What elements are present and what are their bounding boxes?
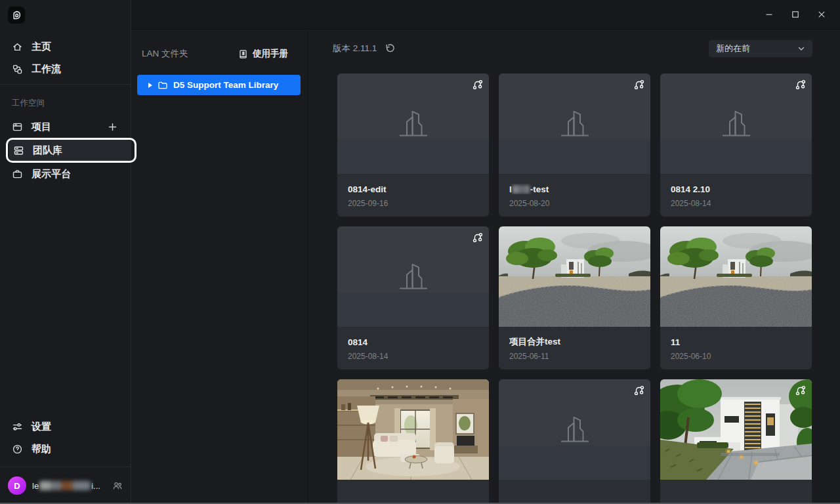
project-date: 2025-08-14 [348, 352, 478, 361]
redacted-name-block [39, 481, 91, 490]
maximize-button[interactable] [784, 5, 807, 24]
sidebar-item-label: 团队库 [33, 144, 62, 157]
minimize-button[interactable] [757, 5, 781, 24]
settings-icon [12, 421, 23, 432]
library-content: 版本 2.11.1 新的在前 [309, 30, 840, 504]
sidebar: 主页 工作流 工作空间 项目 [0, 0, 131, 504]
project-thumbnail [499, 226, 650, 327]
project-thumbnail [337, 74, 489, 174]
lan-folder-title: LAN 文件夹 [142, 48, 188, 60]
plus-icon [108, 122, 117, 132]
project-card[interactable]: l -test 2025-08-20 [499, 74, 650, 217]
project-card[interactable]: 项目合并test 2025-06-11 [499, 226, 650, 369]
sidebar-item-label: 工作流 [32, 63, 61, 75]
d5-logo-icon[interactable] [8, 7, 25, 24]
sidebar-item-workflow[interactable]: 工作流 [0, 58, 131, 80]
avatar: D [8, 476, 26, 495]
project-info [660, 480, 812, 500]
sidebar-item-settings[interactable]: 设置 [0, 415, 131, 438]
project-info [499, 480, 650, 500]
project-card[interactable]: 0814-edit 2025-09-16 [337, 74, 489, 217]
project-title: 0814-edit [348, 184, 478, 194]
window-titlebar [131, 0, 840, 30]
project-title [348, 490, 478, 500]
workflow-badge-icon[interactable] [795, 385, 807, 396]
project-info: 0814 2025-08-14 [337, 327, 489, 361]
project-thumbnail [499, 74, 650, 174]
sidebar-footer: 设置 帮助 D lei... [0, 415, 131, 504]
workflow-icon [12, 64, 23, 75]
sidebar-item-label: 设置 [32, 421, 51, 433]
project-thumbnail [337, 226, 489, 327]
workflow-badge-icon[interactable] [472, 232, 484, 243]
project-thumbnail [660, 226, 812, 327]
workflow-badge-icon[interactable] [633, 79, 645, 91]
refresh-icon[interactable] [385, 43, 395, 54]
sort-select[interactable]: 新的在前 [709, 40, 812, 57]
sidebar-item-showcase[interactable]: 展示平台 [0, 163, 131, 185]
project-card[interactable]: 0814 2.10 2025-08-14 [660, 74, 812, 217]
panorama-render-thumbnail [499, 226, 650, 327]
project-title: 0814 2.10 [671, 184, 801, 194]
user-account-row[interactable]: D lei... [0, 467, 131, 504]
team-library-icon [13, 145, 24, 156]
workflow-badge-icon[interactable] [795, 79, 807, 91]
maximize-icon [791, 10, 799, 18]
project-grid: 0814-edit 2025-09-16 l -test 2025-08-20 [337, 74, 812, 504]
workflow-badge-icon[interactable] [633, 385, 645, 396]
close-button[interactable] [810, 5, 833, 24]
project-info: l -test 2025-08-20 [499, 174, 650, 208]
redacted-title-block [513, 185, 530, 194]
folder-tree-item-d5-support-team-library[interactable]: D5 Support Team Library [137, 75, 301, 95]
project-date: 2025-06-11 [509, 352, 640, 361]
building-placeholder-icon [555, 105, 595, 139]
expand-arrow-icon[interactable] [148, 83, 152, 88]
showcase-icon [12, 169, 23, 180]
folder-icon [158, 80, 168, 91]
project-title [671, 490, 801, 500]
project-card[interactable] [337, 379, 489, 504]
project-info [337, 480, 489, 500]
project-card[interactable]: 0814 2025-08-14 [337, 226, 489, 369]
sidebar-item-team-library[interactable]: 团队库 [9, 140, 131, 161]
project-title: 项目合并test [509, 337, 640, 347]
chevron-down-icon [797, 44, 806, 53]
project-card[interactable] [499, 379, 650, 504]
building-placeholder-icon [393, 105, 434, 139]
project-title: 0814 [348, 337, 478, 347]
add-project-button[interactable] [108, 122, 117, 132]
project-card[interactable]: 11 2025-06-10 [660, 226, 812, 369]
project-info: 0814-edit 2025-09-16 [337, 174, 489, 208]
members-icon[interactable] [112, 480, 123, 491]
project-info: 项目合并test 2025-06-11 [499, 327, 650, 361]
sort-select-value: 新的在前 [716, 43, 750, 54]
folders-panel: LAN 文件夹 使用手册 D5 Support Team Library [132, 30, 308, 504]
user-manual-button[interactable]: 使用手册 [238, 48, 288, 60]
sidebar-nav: 主页 工作流 工作空间 项目 [0, 35, 131, 185]
project-card[interactable] [660, 379, 812, 504]
building-placeholder-icon [555, 411, 595, 445]
d5-render-app: 主页 工作流 工作空间 项目 [0, 0, 840, 504]
sidebar-item-projects[interactable]: 项目 [0, 116, 131, 138]
project-thumbnail [660, 74, 812, 174]
sidebar-item-label: 主页 [32, 41, 51, 53]
sidebar-item-home[interactable]: 主页 [0, 35, 131, 58]
house-render-thumbnail [660, 379, 812, 480]
project-title [509, 490, 640, 500]
project-title: l -test [509, 184, 640, 194]
panorama-render-thumbnail [660, 226, 812, 327]
sidebar-item-help[interactable]: 帮助 [0, 438, 131, 460]
project-date: 2025-08-14 [671, 199, 801, 208]
project-info: 11 2025-06-10 [660, 327, 812, 361]
building-placeholder-icon [393, 258, 434, 292]
living-room-render-thumbnail [337, 379, 489, 480]
user-name: lei... [32, 481, 100, 491]
workflow-badge-icon[interactable] [472, 79, 484, 91]
project-thumbnail [337, 379, 489, 480]
sidebar-item-label: 帮助 [32, 443, 51, 455]
minimize-icon [765, 10, 773, 18]
project-thumbnail [660, 379, 812, 480]
project-date: 2025-08-20 [509, 199, 640, 208]
home-icon [12, 41, 23, 52]
sidebar-item-label: 展示平台 [32, 168, 71, 180]
